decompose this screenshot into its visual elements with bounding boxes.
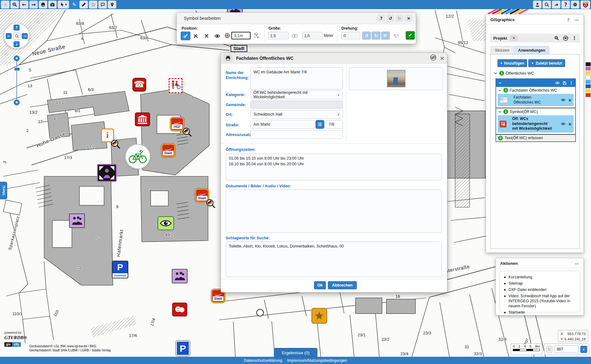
zoom-in-slider-button[interactable]	[14, 55, 20, 61]
pan-up-button[interactable]: ↑	[14, 25, 20, 31]
tree-root-node[interactable]: 1 Öffentliches WC	[494, 71, 534, 76]
aktionen-item[interactable]: ●DXF-Datei einblenden	[504, 287, 576, 293]
eye-icon[interactable]	[561, 98, 565, 102]
visibility-icon[interactable]	[563, 36, 568, 41]
rotation-input[interactable]	[341, 32, 360, 39]
tab-skizzen[interactable]: Skizzen	[491, 46, 513, 54]
cancel-button[interactable]: Abbrechen	[328, 281, 357, 289]
select-cursor-button[interactable]: ∨	[58, 1, 69, 9]
aktionen-item[interactable]: ●Startseite	[504, 310, 576, 315]
poi-star[interactable]: ★	[311, 308, 327, 324]
help-icon[interactable]: ?	[567, 18, 570, 22]
results-button[interactable]: Ergebnisse (0)	[274, 348, 317, 357]
name-input[interactable]: WC im Gebäude Am Markt 7/8	[250, 67, 343, 89]
size-height-input[interactable]	[302, 32, 323, 39]
search-button[interactable]	[542, 1, 551, 9]
confirm-check-button[interactable]: ✔	[406, 31, 415, 40]
poi-sign-stadt[interactable]: Stadt	[161, 144, 175, 157]
schlagworte-input[interactable]: Toilette, Abort, Klo, Klosett, Lokus, Do…	[226, 242, 442, 277]
kebab-menu-icon[interactable]: ⋮	[572, 36, 577, 41]
ok-button[interactable]: Ok	[314, 281, 326, 289]
measure-ruler-button[interactable]	[79, 1, 88, 9]
poi-labelbox-stadt[interactable]: Stadt	[231, 45, 247, 52]
reset-rotation-icon[interactable]	[392, 31, 401, 40]
tree-node-text-erfassen[interactable]: 0 Text(Öff.WC) erfassen	[496, 134, 575, 141]
tree-node-fachdaten[interactable]: 1 Fachdaten Öffentliches WC	[496, 87, 575, 94]
xy-coordinates-button[interactable]: XY	[252, 31, 261, 40]
place-symbol-tool-button[interactable]	[181, 31, 190, 40]
tab-anwendungen[interactable]: Anwendungen	[514, 46, 549, 54]
poi-people[interactable]	[69, 213, 85, 228]
snap-radius-input[interactable]	[231, 32, 251, 39]
camera-button[interactable]	[48, 1, 57, 9]
kategorie-select[interactable]: Öff.WC behindertengerecht mit Wickelmögl…	[250, 90, 343, 99]
rotate-right-button[interactable]: ↻	[372, 31, 380, 40]
pan-down-button[interactable]: ↓	[14, 41, 20, 47]
print-button[interactable]	[39, 1, 47, 9]
tree-item-fachdaten[interactable]: FachdatenÖffentliches WC ×	[498, 94, 574, 106]
symbol-dialog-header[interactable]: Symbol bearbeiten ? ↺ ↻ ×	[177, 13, 416, 24]
poi-eye[interactable]	[158, 216, 174, 230]
minimize-icon[interactable]: —	[575, 261, 579, 266]
poi-bike[interactable]	[126, 145, 150, 168]
pan-hand-button[interactable]: ☝	[1, 1, 9, 9]
zoom-slider-track[interactable]	[16, 61, 17, 100]
eye-icon[interactable]	[555, 81, 560, 85]
remove-icon[interactable]: ×	[568, 122, 572, 126]
poi-p[interactable]: P	[176, 341, 190, 356]
street-list-button[interactable]	[316, 120, 324, 129]
scale-input[interactable]	[554, 345, 579, 353]
help-icon[interactable]: ?	[377, 14, 385, 22]
recently-used-button[interactable]: ▼Zuletzt benutzt	[528, 59, 565, 67]
poi-phone[interactable]: ☎	[132, 78, 146, 92]
poi-people[interactable]	[172, 269, 188, 283]
rotate-left-button[interactable]: ↺	[362, 31, 371, 40]
draw-pencil-button[interactable]: ✎	[70, 1, 78, 9]
pencil-slash-button[interactable]	[191, 31, 200, 40]
size-width-input[interactable]	[268, 32, 289, 39]
poi-meeting[interactable]	[97, 164, 117, 182]
poi-circle[interactable]	[256, 309, 264, 316]
adresszusatz-input[interactable]	[250, 130, 343, 139]
aktionen-item[interactable]: ●Kurzanleitung	[504, 275, 576, 280]
poi-wc[interactable]	[169, 78, 183, 93]
help-button[interactable]: ?	[561, 1, 570, 9]
close-icon[interactable]: ×	[440, 55, 444, 61]
save-icon[interactable]	[562, 81, 567, 85]
add-button[interactable]: +hinzufügen	[497, 59, 527, 67]
rotation-zero-button[interactable]: 0°	[381, 31, 390, 40]
pan-right-button[interactable]: →	[22, 33, 28, 39]
aktionen-item[interactable]: ●Sitemap	[504, 281, 576, 286]
fachdaten-dialog-header[interactable]: Fachdaten Öffentliches WC ×	[221, 53, 447, 64]
kebab-menu-icon[interactable]: ⋮	[569, 81, 573, 85]
tree-group-header[interactable]: ⋮	[496, 79, 575, 87]
footer-link[interactable]: Datenschutzerklärung	[244, 358, 282, 363]
zoom-slider-handle[interactable]	[14, 67, 20, 71]
building-photo[interactable]	[387, 70, 405, 87]
menu-tab[interactable]: Menü	[0, 182, 7, 199]
poi-magnifier[interactable]	[110, 139, 121, 150]
hide-dialog-icon[interactable]	[430, 54, 437, 62]
history-forward-button[interactable]: →	[29, 1, 38, 9]
zoom-in-button[interactable]	[10, 1, 19, 9]
remove-icon[interactable]: ×	[568, 98, 572, 102]
tree-node-symbol[interactable]: 1 Symbol(Öff.WC)	[496, 108, 575, 115]
project-dropdown-button[interactable]: ▼	[510, 35, 518, 41]
snap-radius-button[interactable]	[223, 31, 232, 40]
eye-icon[interactable]	[561, 122, 565, 126]
pan-left-button[interactable]: ←	[6, 33, 12, 39]
poi-museum[interactable]	[135, 112, 150, 126]
poi-magnifier[interactable]	[182, 127, 193, 138]
oeffnungszeiten-input[interactable]: 01.05 bis 15.10 von 8:00 Uhr bis 23:00 U…	[226, 154, 442, 180]
redo-icon[interactable]: ↻	[396, 14, 403, 22]
search-icon[interactable]	[554, 36, 559, 41]
close-icon[interactable]: ×	[405, 14, 413, 22]
poi-pauto[interactable]: PAutomat	[112, 261, 128, 278]
share-button[interactable]	[552, 1, 560, 9]
dokumente-area[interactable]	[226, 190, 442, 233]
ort-select[interactable]: Schwäbisch Hall ∨	[250, 110, 343, 119]
schwaebisch-hall-crest-icon[interactable]	[581, 1, 590, 9]
aktionen-item[interactable]: ●Video: Schwäbisch Hall App auf der INTE…	[504, 294, 576, 309]
footer-link[interactable]: Impressum/Nutzungsbedingungen	[287, 358, 347, 363]
poi-masks[interactable]	[172, 303, 187, 316]
